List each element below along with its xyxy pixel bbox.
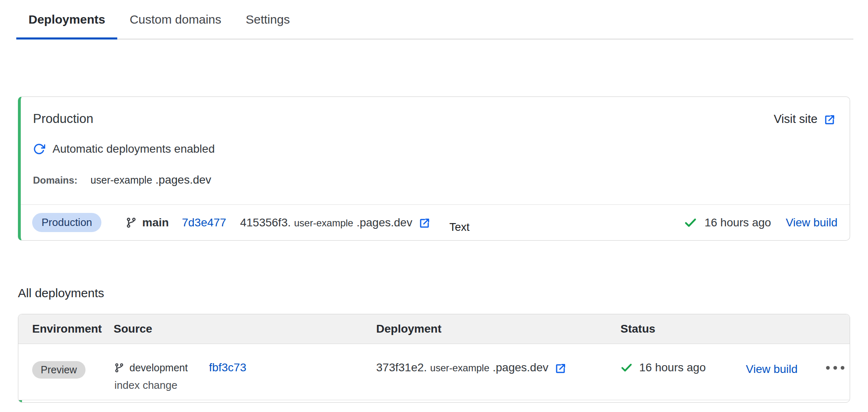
branch-name: main xyxy=(142,216,169,229)
automatic-deployments-status: Automatic deployments enabled xyxy=(33,142,850,156)
domain-suffix: .pages.dev xyxy=(156,173,211,186)
tab-deployments[interactable]: Deployments xyxy=(16,13,117,39)
environment-badge-production: Production xyxy=(32,213,101,232)
tab-bar: Deployments Custom domains Settings xyxy=(16,0,853,39)
column-header-status: Status xyxy=(620,322,743,335)
branch-name: development xyxy=(129,362,188,374)
production-card-header: Production Visit site xyxy=(21,97,850,126)
deployment-cell: 373f31e2. user-example .pages.dev xyxy=(376,361,620,374)
tab-custom-domains[interactable]: Custom domains xyxy=(117,13,233,39)
deployment-time: 16 hours ago xyxy=(704,216,771,229)
column-header-deployment: Deployment xyxy=(376,322,620,335)
status-cell: 16 hours ago xyxy=(620,361,743,374)
environment-badge-preview: Preview xyxy=(32,361,85,379)
external-link-icon xyxy=(554,362,567,375)
git-branch-icon xyxy=(114,362,125,373)
deployment-url-name: user-example xyxy=(430,362,489,374)
next-row-stub xyxy=(18,400,850,402)
deployment-url-suffix: .pages.dev xyxy=(493,361,548,374)
domains-label: Domains: xyxy=(33,175,77,186)
production-deployment-row: Production main 7d3e477 415356f3. user-e… xyxy=(21,204,850,240)
git-branch-icon xyxy=(125,217,137,229)
commit-message: index change xyxy=(114,379,376,392)
table-row: Preview development fbf3c73 index change xyxy=(18,344,850,400)
view-build-link[interactable]: View build xyxy=(786,216,837,229)
tab-deployments-label: Deployments xyxy=(28,13,105,26)
tab-settings-label: Settings xyxy=(245,13,289,26)
check-icon xyxy=(684,216,697,229)
annotation-text: Text xyxy=(449,221,470,234)
tab-custom-domains-label: Custom domains xyxy=(129,13,221,26)
deployment-time: 16 hours ago xyxy=(639,361,706,374)
deployment-url-prefix: 415356f3. xyxy=(240,216,291,229)
table-header-row: Environment Source Deployment Status xyxy=(18,314,850,344)
overflow-menu-icon[interactable] xyxy=(826,361,850,370)
column-header-source: Source xyxy=(114,322,376,335)
refresh-icon xyxy=(33,143,45,155)
deployment-url-suffix: .pages.dev xyxy=(357,216,412,229)
environment-cell: Preview xyxy=(32,361,114,379)
source-cell: development fbf3c73 index change xyxy=(114,361,376,392)
visit-site-link[interactable]: Visit site xyxy=(774,112,836,126)
active-tab-underline xyxy=(16,37,117,39)
external-link-icon xyxy=(823,114,836,126)
automatic-deployments-label: Automatic deployments enabled xyxy=(53,142,215,156)
visit-site-label: Visit site xyxy=(774,112,818,126)
production-card-title: Production xyxy=(33,112,93,126)
external-link-icon xyxy=(418,217,431,230)
deployment-url-link[interactable]: 415356f3. user-example .pages.dev xyxy=(240,216,431,229)
column-header-environment: Environment xyxy=(32,322,114,335)
environment-indicator-green xyxy=(18,400,22,403)
domains-row: Domains: user-example .pages.dev xyxy=(33,173,850,186)
commit-link[interactable]: fbf3c73 xyxy=(209,361,246,374)
domain-name: user-example xyxy=(90,174,152,186)
deployment-url-prefix: 373f31e2. xyxy=(376,361,427,374)
check-icon xyxy=(620,362,633,374)
tab-settings[interactable]: Settings xyxy=(233,13,302,39)
view-build-link[interactable]: View build xyxy=(746,363,798,375)
commit-link[interactable]: 7d3e477 xyxy=(182,216,226,229)
deployment-url-link[interactable]: 373f31e2. user-example .pages.dev xyxy=(376,361,620,374)
deployments-table: Environment Source Deployment Status Pre… xyxy=(18,314,850,403)
production-card: Production Visit site Automatic deployme… xyxy=(18,96,850,241)
all-deployments-title: All deployments xyxy=(18,286,868,300)
deployment-url-name: user-example xyxy=(294,217,353,229)
